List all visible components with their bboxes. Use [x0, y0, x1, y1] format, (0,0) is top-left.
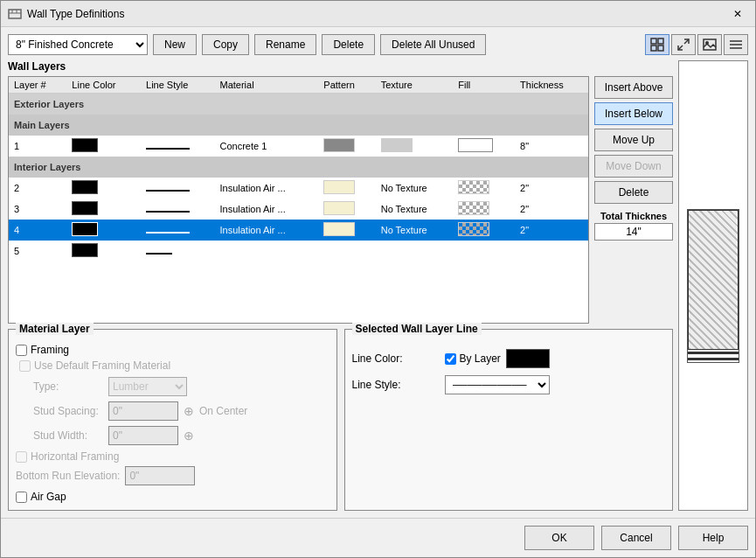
table-header-row: Layer # Line Color Line Style Material P…	[9, 77, 588, 94]
type-select: Lumber	[108, 377, 187, 396]
cell-thickness: 2"	[515, 178, 588, 199]
texture-swatch	[381, 138, 413, 152]
close-button[interactable]: ✕	[727, 5, 748, 23]
layers-with-buttons: Layer # Line Color Line Style Material P…	[8, 76, 673, 324]
total-thickness-value: 14"	[594, 223, 673, 241]
col-fill: Fill	[453, 77, 515, 94]
dialog-footer: OK Cancel Help	[1, 518, 755, 557]
wall-preview-body	[688, 210, 739, 350]
by-layer-checkbox-label[interactable]: By Layer	[445, 352, 501, 365]
expand-icon	[676, 38, 690, 52]
stud-spacing-label: Stud Spacing:	[16, 405, 103, 417]
line-style-swatch	[146, 232, 190, 234]
cell-material: Concrete 1	[214, 136, 318, 157]
view-mode-3-button[interactable]	[697, 34, 722, 55]
stud-width-label: Stud Width:	[16, 429, 103, 442]
cell-line-style	[141, 199, 214, 220]
cell-thickness: 2"	[515, 220, 588, 241]
table-row[interactable]: 3 Insulation Air ... No Texture	[9, 199, 588, 220]
dialog-content: 8" Finished Concrete New Copy Rename Del…	[1, 27, 755, 518]
by-layer-checkbox[interactable]	[445, 353, 456, 365]
framing-checkbox-label[interactable]: Framing	[16, 344, 329, 356]
insert-above-button[interactable]: Insert Above	[594, 76, 673, 99]
image-icon	[703, 38, 717, 52]
move-up-button[interactable]: Move Up	[594, 129, 673, 151]
air-gap-text: Air Gap	[31, 491, 66, 503]
delete-all-unused-button[interactable]: Delete All Unused	[380, 34, 486, 55]
line-color-box[interactable]	[506, 349, 550, 368]
fill-swatch	[458, 222, 489, 236]
col-thickness: Thickness	[515, 77, 588, 94]
cell-fill	[453, 220, 515, 241]
air-gap-label[interactable]: Air Gap	[16, 491, 329, 503]
horizontal-framing-label: Horizontal Framing	[16, 450, 329, 463]
table-row[interactable]: 2 Insulation Air ... No Texture	[9, 178, 588, 199]
color-swatch	[72, 243, 98, 257]
ok-button[interactable]: OK	[524, 526, 594, 550]
color-swatch	[72, 180, 98, 194]
wall-type-dropdown[interactable]: 8" Finished Concrete	[8, 34, 148, 55]
cell-texture: No Texture	[376, 178, 454, 199]
cell-pattern	[318, 136, 375, 157]
delete-layer-button[interactable]: Delete	[594, 181, 673, 204]
wall-preview-container	[679, 61, 747, 510]
svg-rect-4	[651, 38, 656, 44]
table-row[interactable]: 5	[9, 241, 588, 262]
layers-table-container[interactable]: Layer # Line Color Line Style Material P…	[8, 76, 589, 324]
view-mode-4-button[interactable]	[724, 34, 748, 55]
on-center-label: On Center	[199, 405, 247, 417]
toolbar-icons	[645, 34, 748, 55]
framing-checkbox[interactable]	[16, 345, 27, 356]
view-mode-1-button[interactable]	[645, 34, 669, 55]
col-line-color: Line Color	[66, 77, 141, 94]
framing-label: Framing	[31, 344, 69, 356]
stud-width-icon: ⊕	[184, 429, 194, 443]
list-icon	[729, 38, 743, 52]
main-area: Wall Layers Layer # Line Color Line Styl…	[8, 60, 748, 511]
cell-material	[214, 241, 318, 262]
line-style-select[interactable]: ────────── - - - - - - · · · ·	[445, 375, 550, 394]
new-button[interactable]: New	[153, 34, 197, 55]
by-layer-label: By Layer	[460, 352, 501, 365]
help-button[interactable]: Help	[678, 526, 748, 550]
cell-material: Insulation Air ...	[214, 199, 318, 220]
cell-fill	[453, 199, 515, 220]
line-style-label: Line Style:	[352, 379, 440, 391]
pattern-swatch	[323, 201, 355, 215]
cancel-button[interactable]: Cancel	[601, 526, 671, 550]
cell-thickness: 8"	[515, 136, 588, 157]
copy-button[interactable]: Copy	[202, 34, 249, 55]
interior-layers-header: Interior Layers	[9, 157, 588, 178]
dialog-title: Wall Type Definitions	[27, 8, 124, 20]
rename-button[interactable]: Rename	[254, 34, 316, 55]
cell-material: Insulation Air ...	[214, 178, 318, 199]
cell-pattern	[318, 220, 375, 241]
move-down-button[interactable]: Move Down	[594, 155, 673, 178]
bottom-panels: Material Layer Framing Use Default Frami…	[8, 329, 673, 511]
insert-below-button[interactable]: Insert Below	[594, 102, 673, 125]
cell-fill	[453, 178, 515, 199]
use-default-framing-label: Use Default Framing Material	[19, 359, 329, 372]
cell-material: Insulation Air ...	[214, 220, 318, 241]
line-style-swatch	[146, 253, 172, 255]
cell-thickness	[515, 241, 588, 262]
horizontal-framing-checkbox	[16, 451, 27, 463]
stud-spacing-input	[108, 401, 178, 421]
wall-type-definitions-dialog: Wall Type Definitions ✕ 8" Finished Conc…	[0, 0, 756, 558]
delete-button[interactable]: Delete	[322, 34, 375, 55]
table-row[interactable]: 1 Concrete 1	[9, 136, 588, 157]
color-swatch	[72, 222, 98, 236]
layer-buttons: Insert Above Insert Below Move Up Move D…	[594, 76, 673, 324]
table-row[interactable]: 4 Insulation Air ... No Texture	[9, 220, 588, 241]
cell-layer-num: 5	[9, 241, 66, 262]
thickness-display: Total Thicknes 14"	[594, 211, 673, 241]
col-pattern: Pattern	[318, 77, 375, 94]
view-mode-2-button[interactable]	[671, 34, 696, 55]
air-gap-checkbox[interactable]	[16, 492, 27, 503]
cell-pattern	[318, 199, 375, 220]
color-swatch	[72, 138, 98, 152]
cell-line-style	[141, 220, 214, 241]
line-color-row: Line Color: By Layer	[352, 349, 666, 368]
cell-layer-num: 4	[9, 220, 66, 241]
cell-line-color	[66, 178, 141, 199]
